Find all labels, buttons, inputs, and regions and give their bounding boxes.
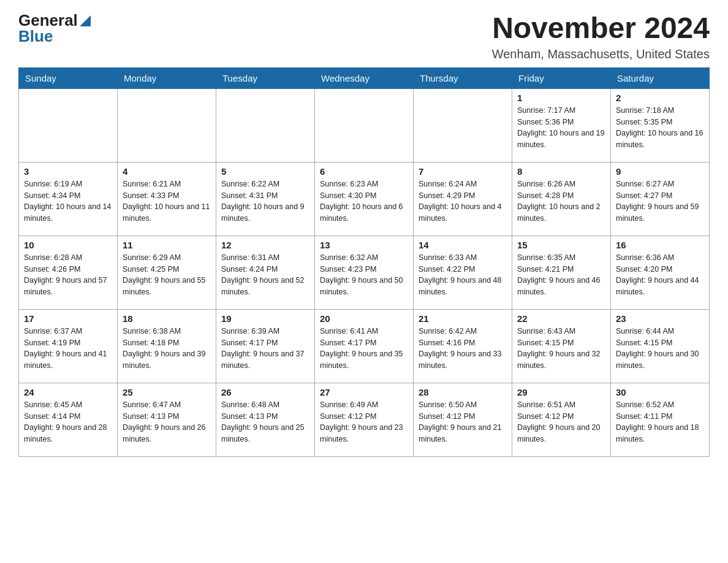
day-info: Sunrise: 6:41 AM Sunset: 4:17 PM Dayligh… [320,326,408,372]
calendar-cell-w3-d1: 10Sunrise: 6:28 AM Sunset: 4:26 PM Dayli… [19,236,118,309]
day-info: Sunrise: 6:48 AM Sunset: 4:13 PM Dayligh… [221,399,309,445]
day-info: Sunrise: 7:18 AM Sunset: 5:35 PM Dayligh… [616,105,704,151]
calendar-cell-w1-d2 [118,88,216,162]
calendar-cell-w1-d4 [315,88,414,162]
day-number: 23 [616,313,704,324]
day-info: Sunrise: 6:32 AM Sunset: 4:23 PM Dayligh… [320,252,408,298]
day-number: 10 [24,240,112,250]
weekday-header-wednesday: Wednesday [315,67,414,88]
calendar-cell-w1-d6: 1Sunrise: 7:17 AM Sunset: 5:36 PM Daylig… [512,88,611,162]
calendar-cell-w3-d6: 15Sunrise: 6:35 AM Sunset: 4:21 PM Dayli… [512,236,611,309]
calendar-cell-w5-d4: 27Sunrise: 6:49 AM Sunset: 4:12 PM Dayli… [315,383,414,456]
calendar-cell-w2-d4: 6Sunrise: 6:23 AM Sunset: 4:30 PM Daylig… [315,162,414,236]
calendar-cell-w4-d4: 20Sunrise: 6:41 AM Sunset: 4:17 PM Dayli… [315,309,414,383]
day-number: 2 [616,93,704,103]
day-info: Sunrise: 6:21 AM Sunset: 4:33 PM Dayligh… [123,178,211,224]
day-number: 14 [419,240,507,250]
day-info: Sunrise: 6:47 AM Sunset: 4:13 PM Dayligh… [123,399,211,445]
week-row-4: 17Sunrise: 6:37 AM Sunset: 4:19 PM Dayli… [19,309,710,383]
calendar-cell-w5-d5: 28Sunrise: 6:50 AM Sunset: 4:12 PM Dayli… [414,383,512,456]
week-row-5: 24Sunrise: 6:45 AM Sunset: 4:14 PM Dayli… [19,383,710,456]
calendar-cell-w1-d1 [19,88,118,162]
weekday-header-tuesday: Tuesday [216,67,315,88]
calendar-cell-w3-d2: 11Sunrise: 6:29 AM Sunset: 4:25 PM Dayli… [118,236,216,309]
calendar-cell-w2-d5: 7Sunrise: 6:24 AM Sunset: 4:29 PM Daylig… [414,162,512,236]
day-number: 8 [517,166,605,177]
calendar-cell-w5-d1: 24Sunrise: 6:45 AM Sunset: 4:14 PM Dayli… [19,383,118,456]
day-info: Sunrise: 6:29 AM Sunset: 4:25 PM Dayligh… [123,252,211,298]
day-info: Sunrise: 6:50 AM Sunset: 4:12 PM Dayligh… [419,399,507,445]
calendar-cell-w3-d4: 13Sunrise: 6:32 AM Sunset: 4:23 PM Dayli… [315,236,414,309]
header: General Blue November 2024 Wenham, Massa… [18,12,710,61]
day-number: 30 [616,387,704,397]
day-info: Sunrise: 6:19 AM Sunset: 4:34 PM Dayligh… [24,178,112,224]
calendar-cell-w2-d3: 5Sunrise: 6:22 AM Sunset: 4:31 PM Daylig… [216,162,315,236]
day-info: Sunrise: 6:39 AM Sunset: 4:17 PM Dayligh… [221,326,309,372]
calendar-cell-w1-d7: 2Sunrise: 7:18 AM Sunset: 5:35 PM Daylig… [611,88,710,162]
day-number: 18 [123,313,211,324]
day-number: 26 [221,387,309,397]
day-number: 19 [221,313,309,324]
calendar-table: SundayMondayTuesdayWednesdayThursdayFrid… [18,67,710,457]
day-number: 11 [123,240,211,250]
calendar-cell-w3-d5: 14Sunrise: 6:33 AM Sunset: 4:22 PM Dayli… [414,236,512,309]
day-info: Sunrise: 6:43 AM Sunset: 4:15 PM Dayligh… [517,326,605,372]
calendar-cell-w2-d6: 8Sunrise: 6:26 AM Sunset: 4:28 PM Daylig… [512,162,611,236]
calendar-cell-w4-d3: 19Sunrise: 6:39 AM Sunset: 4:17 PM Dayli… [216,309,315,383]
day-number: 1 [517,93,605,103]
day-number: 25 [123,387,211,397]
day-number: 28 [419,387,507,397]
day-number: 7 [419,166,507,177]
week-row-2: 3Sunrise: 6:19 AM Sunset: 4:34 PM Daylig… [19,162,710,236]
day-number: 5 [221,166,309,177]
weekday-header-monday: Monday [118,67,216,88]
day-number: 3 [24,166,112,177]
calendar-title: November 2024 [492,12,710,45]
day-number: 16 [616,240,704,250]
weekday-header-friday: Friday [512,67,611,88]
day-info: Sunrise: 6:26 AM Sunset: 4:28 PM Dayligh… [517,178,605,224]
week-row-1: 1Sunrise: 7:17 AM Sunset: 5:36 PM Daylig… [19,88,710,162]
day-number: 20 [320,313,408,324]
title-area: November 2024 Wenham, Massachusetts, Uni… [492,12,710,61]
week-row-3: 10Sunrise: 6:28 AM Sunset: 4:26 PM Dayli… [19,236,710,309]
day-info: Sunrise: 6:42 AM Sunset: 4:16 PM Dayligh… [419,326,507,372]
day-info: Sunrise: 6:35 AM Sunset: 4:21 PM Dayligh… [517,252,605,298]
calendar-cell-w4-d6: 22Sunrise: 6:43 AM Sunset: 4:15 PM Dayli… [512,309,611,383]
calendar-cell-w1-d5 [414,88,512,162]
day-number: 21 [419,313,507,324]
calendar-cell-w3-d3: 12Sunrise: 6:31 AM Sunset: 4:24 PM Dayli… [216,236,315,309]
calendar-cell-w3-d7: 16Sunrise: 6:36 AM Sunset: 4:20 PM Dayli… [611,236,710,309]
day-info: Sunrise: 6:37 AM Sunset: 4:19 PM Dayligh… [24,326,112,372]
day-number: 22 [517,313,605,324]
day-number: 24 [24,387,112,397]
day-info: Sunrise: 6:36 AM Sunset: 4:20 PM Dayligh… [616,252,704,298]
calendar-cell-w4-d1: 17Sunrise: 6:37 AM Sunset: 4:19 PM Dayli… [19,309,118,383]
logo: General Blue [18,12,91,44]
day-info: Sunrise: 6:49 AM Sunset: 4:12 PM Dayligh… [320,399,408,445]
day-info: Sunrise: 6:44 AM Sunset: 4:15 PM Dayligh… [616,326,704,372]
calendar-cell-w2-d1: 3Sunrise: 6:19 AM Sunset: 4:34 PM Daylig… [19,162,118,236]
day-info: Sunrise: 7:17 AM Sunset: 5:36 PM Dayligh… [517,105,605,151]
day-number: 13 [320,240,408,250]
calendar-cell-w5-d2: 25Sunrise: 6:47 AM Sunset: 4:13 PM Dayli… [118,383,216,456]
day-number: 29 [517,387,605,397]
calendar-cell-w2-d2: 4Sunrise: 6:21 AM Sunset: 4:33 PM Daylig… [118,162,216,236]
calendar-cell-w2-d7: 9Sunrise: 6:27 AM Sunset: 4:27 PM Daylig… [611,162,710,236]
calendar-cell-w4-d7: 23Sunrise: 6:44 AM Sunset: 4:15 PM Dayli… [611,309,710,383]
logo-triangle-icon [80,15,91,26]
calendar-cell-w4-d2: 18Sunrise: 6:38 AM Sunset: 4:18 PM Dayli… [118,309,216,383]
day-info: Sunrise: 6:51 AM Sunset: 4:12 PM Dayligh… [517,399,605,445]
day-number: 17 [24,313,112,324]
day-info: Sunrise: 6:28 AM Sunset: 4:26 PM Dayligh… [24,252,112,298]
logo-blue-text: Blue [18,27,53,45]
weekday-header-thursday: Thursday [414,67,512,88]
weekday-header-saturday: Saturday [611,67,710,88]
calendar-cell-w5-d6: 29Sunrise: 6:51 AM Sunset: 4:12 PM Dayli… [512,383,611,456]
day-info: Sunrise: 6:27 AM Sunset: 4:27 PM Dayligh… [616,178,704,224]
svg-marker-0 [80,15,91,26]
calendar-cell-w5-d3: 26Sunrise: 6:48 AM Sunset: 4:13 PM Dayli… [216,383,315,456]
day-info: Sunrise: 6:31 AM Sunset: 4:24 PM Dayligh… [221,252,309,298]
day-info: Sunrise: 6:45 AM Sunset: 4:14 PM Dayligh… [24,399,112,445]
day-info: Sunrise: 6:38 AM Sunset: 4:18 PM Dayligh… [123,326,211,372]
